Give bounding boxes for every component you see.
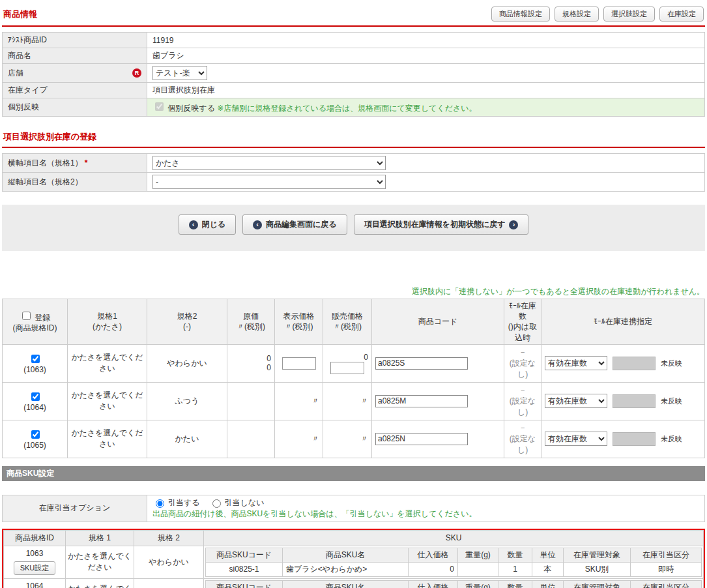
product-code-cell bbox=[372, 382, 504, 420]
purchase-price-header: 仕入価格 bbox=[409, 580, 458, 588]
register-checkbox[interactable] bbox=[31, 430, 40, 439]
allocation-type: 即時 bbox=[631, 562, 702, 576]
register-checkbox[interactable] bbox=[31, 355, 40, 363]
axis1-select[interactable]: かたさ bbox=[152, 156, 386, 170]
back-arrow-icon: ‹ bbox=[189, 220, 198, 229]
cost-cell bbox=[227, 382, 275, 420]
no-allocate-radio[interactable] bbox=[212, 499, 221, 508]
individual-reflect-cell: 個別反映する ※店舗別に規格登録されている場合は、規格画面にて変更してください。 bbox=[147, 98, 705, 117]
spec2-cell: かたい bbox=[147, 420, 227, 458]
stock-option-table: 登録 (商品規格ID) 規格1(かたさ) 規格2(-) 原価〃(税別) 表示価格… bbox=[2, 299, 705, 458]
spec2-header: 規格2(-) bbox=[147, 299, 227, 345]
register-all-checkbox[interactable] bbox=[22, 312, 31, 320]
store-label: 店舗 bbox=[8, 68, 23, 79]
registration-form-table: 横軸項目名（規格1）* かたさ 縦軸項目名（規格2） - bbox=[2, 153, 705, 192]
purchase-price-header: 仕入価格 bbox=[409, 548, 458, 562]
product-name-label: 商品名 bbox=[3, 48, 147, 64]
allocation-type-header: 在庫引当区分 bbox=[631, 548, 702, 562]
mall-link-select[interactable]: 有効在庫数 bbox=[545, 432, 607, 446]
mall-link-select[interactable]: 有効在庫数 bbox=[545, 356, 607, 370]
store-value-cell: テスト-楽 bbox=[147, 64, 705, 83]
sku-data-row: si0825-1 歯ブラシ<やわらかめ> 0 1 本 SKU別 即時 bbox=[206, 562, 702, 576]
display-price-cell: 〃 bbox=[275, 420, 323, 458]
mall-link-header: ﾓｰﾙ在庫連携指定 bbox=[541, 299, 705, 345]
store-select[interactable]: テスト-楽 bbox=[152, 66, 207, 80]
table-header-row: 商品SKUコード 商品SKU名 仕入価格 重量(g) 数量 単位 在庫管理対象 … bbox=[206, 548, 702, 562]
allocate-radio[interactable] bbox=[156, 499, 164, 508]
product-id-value: 11919 bbox=[147, 33, 705, 48]
sale-price-input[interactable] bbox=[330, 362, 364, 374]
display-price-header: 表示価格〃(税別) bbox=[275, 299, 323, 345]
sku-detail-cell: 商品SKUコード 商品SKU名 仕入価格 重量(g) 数量 単位 在庫管理対象 … bbox=[204, 546, 704, 578]
choice-settings-button[interactable]: 選択肢設定 bbox=[603, 7, 655, 22]
table-row: 在庫引当オプション 引当する 引当しない 出品商品の紐付け後、商品SKUを引当し… bbox=[3, 495, 705, 522]
spec2-cell: ふつう bbox=[134, 578, 204, 588]
cost-cell bbox=[227, 420, 275, 458]
table-header-row: 商品規格ID 規格 1 規格 2 SKU bbox=[4, 530, 704, 546]
display-price-cell: 〃 bbox=[275, 382, 323, 420]
stock-mgmt-header: 在庫管理対象 bbox=[564, 580, 631, 588]
rakuten-badge-icon: R bbox=[132, 68, 141, 78]
stock-settings-button[interactable]: 在庫設定 bbox=[659, 7, 704, 22]
spec-id: (1064) bbox=[6, 403, 64, 412]
sku-name-header: 商品SKU名 bbox=[283, 580, 409, 588]
product-code-input[interactable] bbox=[375, 433, 468, 445]
table-header-row: 登録 (商品規格ID) 規格1(かたさ) 規格2(-) 原価〃(税別) 表示価格… bbox=[3, 299, 705, 345]
table-row: 商品名 歯ブラシ bbox=[3, 48, 705, 64]
spec-id: (1065) bbox=[6, 441, 64, 450]
spec1-cell: かたさを選んでく ださい bbox=[66, 546, 134, 578]
mall-stock-cell: －(設定なし) bbox=[504, 382, 541, 420]
product-code-cell bbox=[372, 420, 504, 458]
cost-header: 原価〃(税別) bbox=[227, 299, 275, 345]
sku-row-1064: 1064 SKU設定 かたさを選んでく ださい ふつう 商品SKUコード 商品S… bbox=[4, 578, 704, 588]
sku-name-header: 商品SKU名 bbox=[283, 548, 409, 562]
product-code-input[interactable] bbox=[375, 357, 468, 370]
mall-link-select[interactable]: 有効在庫数 bbox=[545, 394, 607, 408]
allocation-option-cell: 引当する 引当しない 出品商品の紐付け後、商品SKUを引当しない場合は、「引当し… bbox=[147, 495, 705, 522]
sku-header: SKU bbox=[204, 530, 704, 546]
axis2-select[interactable]: - bbox=[152, 175, 386, 189]
stock-type-value: 項目選択肢別在庫 bbox=[147, 83, 705, 98]
mall-stock-input bbox=[613, 394, 656, 408]
sale-price-value: 0 bbox=[326, 353, 368, 362]
sku-settings-button[interactable]: SKU設定 bbox=[14, 561, 56, 575]
register-checkbox[interactable] bbox=[31, 392, 40, 401]
individual-reflect-note: ※店舗別に規格登録されている場合は、規格画面にて変更してください。 bbox=[217, 104, 476, 113]
individual-reflect-label: 個別反映 bbox=[3, 98, 147, 117]
no-allocate-radio-label[interactable]: 引当しない bbox=[209, 497, 265, 508]
back-to-edit-button[interactable]: ‹ 商品編集画面に戻る bbox=[242, 214, 347, 235]
sku-inner-table: 商品SKUコード 商品SKU名 仕入価格 重量(g) 数量 単位 在庫管理対象 … bbox=[205, 548, 702, 577]
register-cell: (1064) bbox=[3, 382, 68, 420]
table-header-row: 商品SKUコード 商品SKU名 仕入価格 重量(g) 数量 単位 在庫管理対象 … bbox=[206, 580, 702, 588]
store-label-cell: 店舗 R bbox=[3, 64, 147, 83]
required-asterisk: * bbox=[85, 158, 88, 168]
spec-id-cell: 1064 SKU設定 bbox=[4, 578, 66, 588]
sku-name: 歯ブラシ<やわらかめ> bbox=[283, 562, 409, 576]
product-info-settings-button[interactable]: 商品情報設定 bbox=[491, 7, 550, 22]
spec-id: (1063) bbox=[6, 365, 64, 374]
spec2-cell: ふつう bbox=[147, 382, 227, 420]
spec-settings-button[interactable]: 規格設定 bbox=[555, 7, 599, 22]
reset-stock-info-button[interactable]: 項目選択肢別在庫情報を初期状態に戻す › bbox=[354, 214, 529, 235]
table-row: 店舗 R テスト-楽 bbox=[3, 64, 705, 83]
back-arrow-icon: ‹ bbox=[253, 220, 262, 229]
close-button[interactable]: ‹ 閉じる bbox=[179, 214, 237, 235]
display-price-input[interactable] bbox=[282, 357, 316, 370]
spec1-cell: かたさを選んでください bbox=[68, 344, 147, 382]
sku-detail-cell: 商品SKUコード 商品SKU名 仕入価格 重量(g) 数量 単位 在庫管理対象 … bbox=[204, 578, 704, 588]
table-row: 在庫タイプ 項目選択肢別在庫 bbox=[3, 83, 705, 98]
product-code-cell bbox=[372, 344, 504, 382]
spec1-cell: かたさを選んでください bbox=[68, 420, 147, 458]
purchase-price: 0 bbox=[409, 562, 458, 576]
product-code-input[interactable] bbox=[375, 395, 468, 407]
allocate-radio-label[interactable]: 引当する bbox=[152, 497, 200, 508]
axis1-value-cell: かたさ bbox=[147, 154, 705, 173]
sale-price-header: 販売価格〃(税別) bbox=[323, 299, 372, 345]
status-badge: 未反映 bbox=[661, 434, 682, 444]
sale-price-cell: 0 bbox=[323, 344, 372, 382]
mall-link-cell: 有効在庫数 未反映 bbox=[541, 382, 705, 420]
register-cell: (1063) bbox=[3, 344, 68, 382]
sku-table-wrapper: 商品規格ID 規格 1 規格 2 SKU 1063 SKU設定 かたさを選んでく… bbox=[2, 529, 705, 588]
weight-header: 重量(g) bbox=[458, 548, 498, 562]
quantity: 1 bbox=[498, 562, 532, 576]
